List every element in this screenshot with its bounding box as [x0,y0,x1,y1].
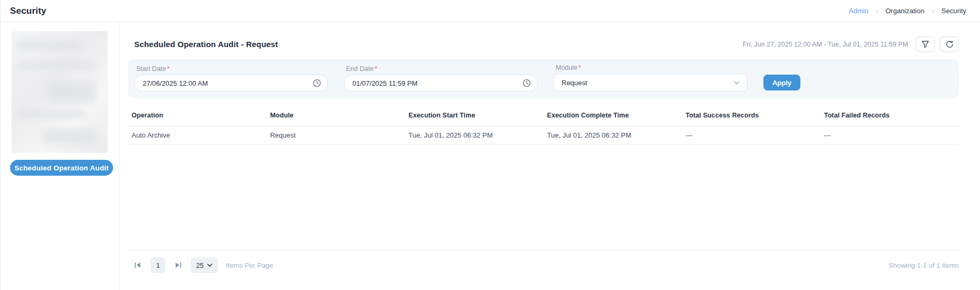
breadcrumb: Admin › Organization › Security [849,7,966,15]
module-select-value: Request [562,79,587,87]
chevron-down-icon [734,81,740,85]
required-asterisk: * [167,65,170,72]
table-empty-space [128,145,959,250]
module-field: Module* Request [554,64,748,92]
report-preview-thumbnail[interactable] [12,31,108,153]
refresh-button[interactable] [940,37,959,52]
pagination-bar: 1 25 [128,250,959,273]
cell-operation: Auto Archive [128,126,266,144]
first-page-icon [134,262,142,270]
table-row[interactable]: Auto Archive Request Tue, Jul 01, 2025 0… [128,126,959,145]
last-page-icon [174,262,182,270]
module-select[interactable]: Request [554,74,748,92]
column-header-module: Module [266,104,405,126]
page-size-value: 25 [196,261,203,269]
start-date-label: Start Date* [136,65,328,72]
blurred-content [17,62,96,69]
last-page-button[interactable] [173,261,183,269]
page-title: Security [10,6,46,16]
first-page-button[interactable] [133,261,143,269]
chevron-right-icon: › [876,7,878,15]
content-header: Scheduled Operation Audit - Request Fri,… [128,37,959,52]
chevron-down-icon [207,264,212,267]
pagination-summary: Showing 1-1 of 1 Items [889,261,959,269]
refresh-icon [946,40,954,48]
end-date-field: End Date* [344,65,538,92]
required-asterisk: * [578,64,581,71]
breadcrumb-admin[interactable]: Admin [849,7,869,15]
header-actions: Fri, Jun 27, 2025 12:00 AM - Tue, Jul 01… [743,37,959,52]
start-date-field: Start Date* [134,65,328,92]
blurred-content [17,111,86,118]
funnel-icon [921,40,929,48]
module-label: Module* [556,64,748,71]
filter-panel: Start Date* End Date* [128,59,959,98]
start-date-label-text: Start Date [136,65,166,72]
column-header-execution-complete-time: Execution Complete Time [543,104,682,126]
breadcrumb-organization[interactable]: Organization [885,7,925,15]
table-header-row: Operation Module Execution Start Time Ex… [128,104,959,126]
end-date-input[interactable] [344,75,538,92]
pagination-controls: 1 25 [133,257,273,273]
scheduled-operation-audit-button[interactable]: Scheduled Operation Audit [10,160,113,176]
column-header-execution-start-time: Execution Start Time [405,104,543,126]
apply-button[interactable]: Apply [763,75,800,90]
breadcrumb-security: Security [941,7,966,15]
column-header-operation: Operation [128,104,266,126]
column-header-total-success-records: Total Success Records [682,104,820,126]
cell-execution-start-time: Tue, Jul 01, 2025 06:32 PM [405,126,543,144]
cell-execution-complete-time: Tue, Jul 01, 2025 06:32 PM [543,126,682,144]
sidebar: Scheduled Operation Audit [1,22,119,290]
required-asterisk: * [375,65,377,72]
blurred-content [43,129,96,145]
content-panel: Scheduled Operation Audit - Request Fri,… [119,22,980,290]
cell-module: Request [266,126,405,144]
start-date-input[interactable] [134,75,328,92]
applied-date-range: Fri, Jun 27, 2025 12:00 AM - Tue, Jul 01… [743,41,908,48]
page-size-select[interactable]: 25 [191,257,218,273]
audit-table: Operation Module Execution Start Time Ex… [128,104,959,145]
page-number-button[interactable]: 1 [151,257,165,273]
blurred-content [49,81,96,103]
module-label-text: Module [556,64,577,71]
cell-total-success-records: --- [682,126,820,144]
chevron-right-icon: › [932,7,934,15]
blurred-content [17,41,80,49]
items-per-page-label: Items Per Page [226,261,273,269]
topbar: Security Admin › Organization › Security [1,0,980,22]
filter-button[interactable] [916,37,935,52]
end-date-label: End Date* [346,65,538,72]
column-header-total-failed-records: Total Failed Records [820,104,959,126]
main-area: Scheduled Operation Audit Scheduled Oper… [1,22,980,290]
section-title: Scheduled Operation Audit - Request [134,40,278,49]
cell-total-failed-records: --- [820,126,959,144]
end-date-label-text: End Date [346,65,374,72]
